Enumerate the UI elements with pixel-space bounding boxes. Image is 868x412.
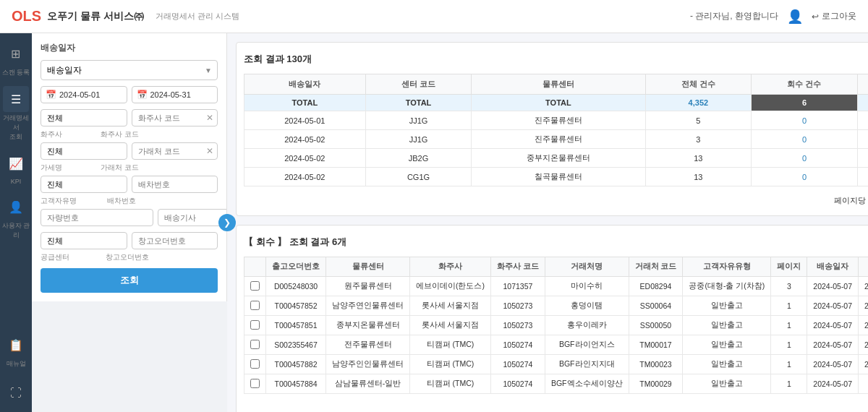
sidebar-item-user[interactable]: 👤 사용자 관리 [0, 194, 32, 240]
th-center-code: 센터 코드 [365, 74, 472, 95]
warehouse-filter-row: 진체 ✕ [41, 142, 218, 160]
table-row: T000457851 종부지온물류센터 롯사세 서울지점 1050273 홍우이… [244, 316, 869, 335]
top-section-title: 조회 결과 130개 [244, 53, 312, 66]
delivery-select-wrap: 배송일자 [41, 60, 218, 80]
warehouse-code-input[interactable] [132, 142, 218, 160]
date-to-value: 2024-05-31 [150, 90, 191, 99]
bottom-section: 【 회수 】 조회 결과 6개 📊 EXCEL 저장 🔍 [236, 225, 868, 412]
date-to[interactable]: 📅 2024-05-31 [132, 86, 218, 103]
th-customer-code: 거래처 코드 [629, 257, 683, 277]
main-content: 조회 결과 130개 📊 EXCEL 저장 🔍 배송일자 [227, 33, 868, 412]
sidebar-item-kpi[interactable]: 📈 KPI [3, 150, 29, 185]
expand-icon: ⛶ [3, 380, 29, 406]
user-icon: 👤 [787, 9, 803, 25]
statement-icon: ☰ [3, 86, 29, 112]
th-delivery: 배송일자 [807, 257, 859, 277]
kpi-icon: 📈 [3, 150, 29, 176]
top-section-header: 조회 결과 130개 📊 EXCEL 저장 🔍 [244, 50, 868, 68]
panel-toggle-btn[interactable]: ❯ [218, 214, 236, 231]
sidebar-label-user: 사용자 관리 [0, 221, 32, 240]
total-col5: 6 [752, 95, 858, 111]
logout-icon: ↩ [812, 12, 819, 22]
bottom-table: 출고오더번호 물류센터 화주사 화주사 코드 거래처명 거래처 코드 고객자유유… [244, 257, 868, 394]
date-from[interactable]: 📅 2024-05-01 [41, 86, 127, 103]
logo-area: OLS 오푸기 물류 서비스㈜ 거래명세서 관리 시스템 [12, 8, 239, 25]
shipper-select-wrap: 전체 [41, 109, 127, 126]
customer-select-wrap: 진체 [41, 176, 127, 193]
date-from-value: 2024-05-01 [59, 90, 100, 99]
th-logistics: 물류센터 [326, 257, 410, 277]
table-row: 2024-05-01 JJ1G 진주물류센터 5 0 5 0.0 [244, 111, 869, 130]
header-right: - 관리자님, 환영합니다 👤 ↩ 로그아웃 [690, 9, 856, 25]
table-row: 2024-05-02 CG1G 칠곡물류센터 13 0 13 0.0 [244, 168, 869, 186]
total-col4: 4,352 [645, 95, 752, 111]
top-section: 조회 결과 130개 📊 EXCEL 저장 🔍 배송일자 [236, 42, 868, 216]
stock-order-input[interactable] [132, 232, 218, 249]
shipper-select[interactable]: 전체 [41, 109, 127, 126]
shipper-code-input[interactable] [132, 109, 218, 126]
logo-subtitle: 거래명세서 관리 시스템 [156, 11, 239, 22]
sidebar-item-manual[interactable]: 📋 매뉴얼 [3, 332, 29, 369]
total-col2: TOTAL [365, 95, 472, 111]
sidebar-item-expand[interactable]: ⛶ [3, 380, 29, 406]
th-total-count: 전체 건수 [645, 74, 752, 95]
bottom-section-header: 【 회수 】 조회 결과 6개 📊 EXCEL 저장 🔍 [244, 233, 868, 251]
warehouse-code-clear[interactable]: ✕ [206, 146, 213, 156]
shipper-filter-row: 전체 ✕ [41, 109, 218, 126]
th-logistics-center: 물류센터 [472, 74, 645, 95]
warehouse-code-wrap: ✕ [132, 142, 218, 160]
total-col1: TOTAL [244, 95, 366, 111]
shipper-code-clear[interactable]: ✕ [206, 113, 213, 123]
row-check-1[interactable] [250, 281, 260, 291]
batch-input[interactable] [132, 176, 218, 193]
admin-text: - 관리자님, 환영합니다 [690, 10, 778, 22]
table-row: T000457884 삼남물류센터-일반 티캠퍼 (TMC) 1050274 B… [244, 374, 869, 394]
th-customer: 거래처명 [545, 257, 629, 277]
logout-btn[interactable]: ↩ 로그아웃 [812, 10, 856, 22]
table-row: T000457882 남양주인인물류센터 티캠퍼 (TMC) 1050274 B… [244, 355, 869, 374]
row-check-4[interactable] [250, 340, 260, 349]
shipper-code-wrap: ✕ [132, 109, 218, 126]
row-check-3[interactable] [250, 320, 260, 330]
bottom-pagination: 페이지당 항목 수 10 20 50 ⟪ ‹ 1 › ⟫ [244, 400, 868, 412]
total-row: TOTAL TOTAL TOTAL 4,352 6 4,346 0.1 [244, 95, 869, 111]
stock-select[interactable]: 진체 [41, 232, 127, 249]
row-check-6[interactable] [250, 379, 260, 388]
th-non-return-count: 미회수 건수 [857, 74, 868, 95]
warehouse-select-wrap: 진체 [41, 142, 127, 160]
customer-select[interactable]: 진체 [41, 176, 127, 193]
stock-select-wrap: 진체 [41, 232, 127, 249]
delivery-select[interactable]: 배송일자 [41, 60, 218, 80]
search-button[interactable]: 조회 [41, 268, 218, 293]
top-page-size-label: 페이지당 항목 수 [834, 195, 868, 206]
row-check-2[interactable] [250, 301, 260, 310]
app-header: OLS 오푸기 물류 서비스㈜ 거래명세서 관리 시스템 - 관리자님, 환영합… [0, 0, 868, 33]
logo-ols: OLS [12, 8, 41, 25]
stock-order-wrap [132, 232, 218, 249]
th-delivery-date: 배송일자 [244, 74, 366, 95]
row-check-5[interactable] [250, 359, 260, 369]
th-type: 고객자유유형 [683, 257, 771, 277]
delivery-staff-input[interactable] [158, 209, 227, 226]
warehouse-select[interactable]: 진체 [41, 142, 127, 160]
th-order-no: 출고오더번호 [266, 257, 326, 277]
th-return-count: 회수 건수 [752, 74, 858, 95]
left-panel: 배송일자 배송일자 📅 2024-05-01 📅 2024-05-31 [32, 33, 227, 301]
table-row: 2024-05-02 JB2G 중부지온물류센터 13 0 13 0.0 [244, 149, 869, 168]
delivery-label: 배송일자 [41, 42, 218, 54]
sidebar-label-scan: 스캔 등록 [2, 68, 30, 77]
sidebar-item-statement[interactable]: ☰ 거래명세서조회 [0, 86, 32, 142]
vehicle-input[interactable] [41, 209, 153, 226]
total-col6: 4,346 [857, 95, 868, 111]
sidebar: ⊞ 스캔 등록 ☰ 거래명세서조회 📈 KPI 👤 사용자 관리 📋 매뉴얼 ⛶ [0, 33, 32, 412]
sidebar-label-kpi: KPI [11, 178, 22, 185]
th-shipper: 화주사 [410, 257, 491, 277]
table-row: S002355467 전주물류센터 티캠퍼 (TMC) 1050274 BGF라… [244, 335, 869, 355]
cal-from-icon: 📅 [46, 90, 56, 100]
th-page: 페이지 [771, 257, 807, 277]
total-col3: TOTAL [472, 95, 645, 111]
date-row: 📅 2024-05-01 📅 2024-05-31 [41, 86, 218, 103]
table-row: 2024-05-02 JJ1G 진주물류센터 3 0 3 0.0 [244, 130, 869, 149]
sidebar-item-scan[interactable]: ⊞ 스캔 등록 [2, 40, 30, 77]
table-row: T000457852 남양주연인물류센터 롯사세 서울지점 1050273 홍덩… [244, 296, 869, 316]
